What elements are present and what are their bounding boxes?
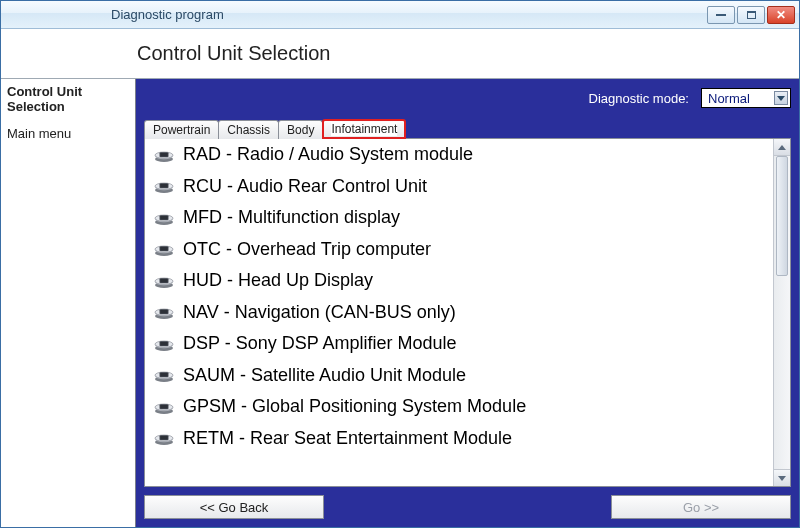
svg-rect-44 — [160, 405, 167, 409]
module-row[interactable]: RETM - Rear Seat Entertainment Module — [145, 423, 773, 455]
page-header: Control Unit Selection — [1, 29, 799, 78]
diagnostic-mode-label: Diagnostic mode: — [589, 91, 689, 106]
svg-rect-49 — [160, 436, 167, 440]
minimize-button[interactable] — [707, 6, 735, 24]
module-label: RAD - Radio / Audio System module — [183, 144, 473, 165]
maximize-button[interactable] — [737, 6, 765, 24]
scroll-thumb[interactable] — [776, 156, 788, 276]
module-label: NAV - Navigation (CAN-BUS only) — [183, 302, 456, 323]
maximize-icon — [747, 11, 756, 19]
module-label: RCU - Audio Rear Control Unit — [183, 176, 427, 197]
svg-rect-4 — [160, 153, 167, 157]
close-button[interactable]: ✕ — [767, 6, 795, 24]
app-window: Diagnostic program ✕ Control Unit Select… — [0, 0, 800, 528]
module-label: OTC - Overhead Trip computer — [183, 239, 431, 260]
module-label: GPSM - Global Positioning System Module — [183, 396, 526, 417]
chip-icon — [153, 178, 175, 194]
svg-rect-29 — [160, 310, 167, 314]
tab-chassis[interactable]: Chassis — [218, 120, 279, 139]
svg-rect-9 — [160, 184, 167, 188]
svg-rect-39 — [160, 373, 167, 377]
module-list: RAD - Radio / Audio System moduleRCU - A… — [145, 139, 773, 486]
footer: << Go Back Go >> — [144, 495, 791, 519]
chip-icon — [153, 273, 175, 289]
page-title: Control Unit Selection — [137, 42, 330, 65]
module-row[interactable]: OTC - Overhead Trip computer — [145, 234, 773, 266]
chip-icon — [153, 367, 175, 383]
module-panel: RAD - Radio / Audio System moduleRCU - A… — [144, 138, 791, 487]
module-row[interactable]: MFD - Multifunction display — [145, 202, 773, 234]
minimize-icon — [716, 14, 726, 16]
go-button[interactable]: Go >> — [611, 495, 791, 519]
scroll-up-arrow-icon[interactable] — [774, 139, 790, 156]
module-row[interactable]: RCU - Audio Rear Control Unit — [145, 171, 773, 203]
module-label: DSP - Sony DSP Amplifier Module — [183, 333, 456, 354]
content: Diagnostic mode: Normal Powertrain Chass… — [136, 79, 799, 527]
module-row[interactable]: HUD - Head Up Display — [145, 265, 773, 297]
module-row[interactable]: RAD - Radio / Audio System module — [145, 139, 773, 171]
module-row[interactable]: DSP - Sony DSP Amplifier Module — [145, 328, 773, 360]
module-label: MFD - Multifunction display — [183, 207, 400, 228]
svg-rect-34 — [160, 342, 167, 346]
chip-icon — [153, 430, 175, 446]
chip-icon — [153, 399, 175, 415]
vertical-scrollbar[interactable] — [773, 139, 790, 486]
close-icon: ✕ — [776, 8, 786, 22]
tab-infotainment[interactable]: Infotainment — [322, 119, 406, 139]
sidebar-item-control-unit-selection[interactable]: Control Unit Selection — [7, 83, 129, 125]
chip-icon — [153, 210, 175, 226]
tab-powertrain[interactable]: Powertrain — [144, 120, 219, 139]
sidebar: Control Unit Selection Main menu — [1, 79, 136, 527]
module-label: SAUM - Satellite Audio Unit Module — [183, 365, 466, 386]
module-row[interactable]: GPSM - Global Positioning System Module — [145, 391, 773, 423]
window-title: Diagnostic program — [111, 7, 707, 22]
module-row[interactable]: SAUM - Satellite Audio Unit Module — [145, 360, 773, 392]
diagnostic-mode-select[interactable]: Normal — [701, 88, 791, 108]
chip-icon — [153, 241, 175, 257]
chip-icon — [153, 304, 175, 320]
module-label: RETM - Rear Seat Entertainment Module — [183, 428, 512, 449]
svg-rect-24 — [160, 279, 167, 283]
sidebar-item-main-menu[interactable]: Main menu — [7, 125, 129, 152]
go-back-button[interactable]: << Go Back — [144, 495, 324, 519]
module-label: HUD - Head Up Display — [183, 270, 373, 291]
window-controls: ✕ — [707, 6, 795, 24]
titlebar: Diagnostic program ✕ — [1, 1, 799, 29]
chip-icon — [153, 336, 175, 352]
tab-body[interactable]: Body — [278, 120, 323, 139]
tabstrip: Powertrain Chassis Body Infotainment — [144, 117, 791, 139]
scroll-down-arrow-icon[interactable] — [774, 469, 790, 486]
chevron-down-icon — [774, 91, 788, 105]
diagnostic-mode-row: Diagnostic mode: Normal — [144, 85, 791, 111]
svg-rect-14 — [160, 216, 167, 220]
body: Control Unit Selection Main menu Diagnos… — [1, 78, 799, 527]
module-row[interactable]: NAV - Navigation (CAN-BUS only) — [145, 297, 773, 329]
diagnostic-mode-value: Normal — [708, 91, 750, 106]
chip-icon — [153, 147, 175, 163]
svg-rect-19 — [160, 247, 167, 251]
